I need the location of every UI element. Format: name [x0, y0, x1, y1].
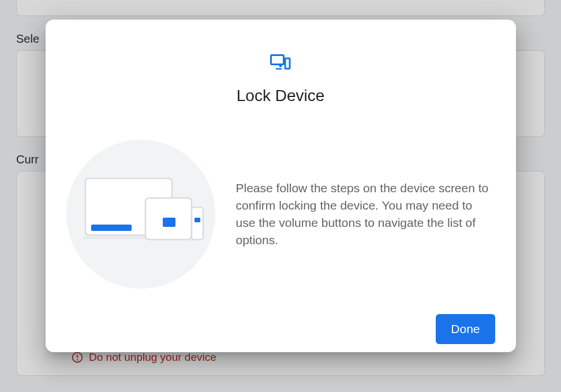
svg-rect-12	[192, 207, 203, 240]
svg-rect-8	[91, 225, 132, 231]
dialog-body: Please follow the steps on the device sc…	[66, 140, 495, 289]
devices-illustration	[66, 140, 215, 289]
svg-rect-13	[195, 218, 200, 222]
svg-point-5	[279, 65, 282, 68]
dialog-instructions: Please follow the steps on the device sc…	[236, 180, 495, 248]
svg-rect-4	[285, 58, 290, 69]
dialog-header: Lock Device	[66, 54, 495, 105]
svg-rect-6	[276, 68, 282, 70]
modal-overlay: Lock Device Please follow the steps o	[0, 0, 561, 392]
lock-device-dialog: Lock Device Please follow the steps o	[46, 20, 516, 352]
dialog-footer: Done	[66, 314, 495, 344]
devices-illustration-svg	[77, 174, 204, 255]
svg-rect-3	[271, 55, 284, 65]
devices-icon	[270, 54, 291, 70]
dialog-title: Lock Device	[237, 87, 325, 105]
done-button[interactable]: Done	[436, 314, 495, 344]
svg-rect-11	[163, 218, 175, 227]
